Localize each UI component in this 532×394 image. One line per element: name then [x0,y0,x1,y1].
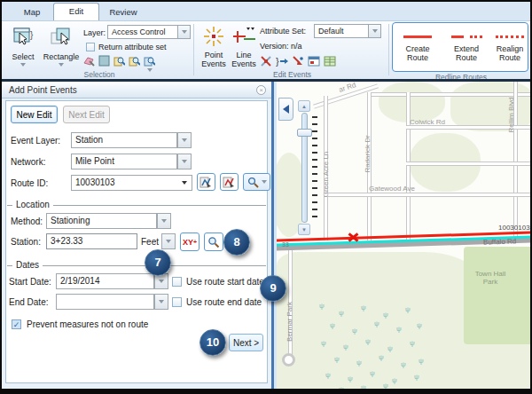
prevent-measures-checkbox[interactable]: ✓ [12,319,21,329]
realign-route-label: Realign Route [493,44,527,63]
zoom-in-button[interactable]: ▲ [298,100,310,112]
start-date-input[interactable]: 2/19/2014 [56,273,154,289]
return-attribute-set-checkbox[interactable] [86,43,95,51]
marsh-symbol: ψ [361,383,366,389]
marsh-symbol: ψ [352,327,357,335]
rectangle-button[interactable]: Rectangle [41,26,82,72]
select-route-on-map-button[interactable] [197,173,215,191]
units-select-arrow[interactable] [161,233,176,249]
chevron-down-icon [262,180,267,184]
extend-route-button[interactable]: Extend Route [443,25,489,67]
station-label: Station: [11,237,41,247]
collapse-panel-tab[interactable] [278,98,293,121]
callout-8: 8 [223,229,250,256]
app-window: Map Edit Review } Select [0,0,532,394]
attribute-set-select[interactable]: Default [314,24,369,38]
event-layer-select[interactable]: Station [71,132,177,148]
split-event-icon[interactable] [260,55,272,67]
line-events-icon [231,26,256,47]
attribute-set-select-arrow[interactable] [369,24,381,38]
marsh-symbol: ψ [405,305,411,313]
network-select-arrow[interactable] [177,154,192,169]
pan-to-selection-icon[interactable] [129,55,140,67]
close-icon[interactable]: × [256,85,266,95]
selection-group-label: Selection [7,70,192,79]
layer-label: Layer: [83,28,106,37]
route-id-combo-arrow[interactable] [182,181,187,185]
use-route-start-date-checkbox[interactable] [172,277,182,287]
gatewood-ave-road [324,193,530,197]
buffalo-rd-label: Buffalo Rd [483,237,516,246]
prevent-measures-label: Prevent measures not on route [27,319,148,329]
method-select-arrow[interactable] [157,213,171,229]
chevron-down-icon [182,160,187,163]
location-legend: Location [12,200,53,209]
next-button[interactable]: Next > [229,334,263,351]
event-layer-select-arrow[interactable] [177,132,192,148]
layer-select-arrow[interactable] [178,25,191,39]
attributes-window-icon[interactable] [308,55,320,67]
next-edit-button[interactable]: Next Edit [63,106,110,123]
create-route-button[interactable]: Create Route [395,25,440,67]
marsh-symbol: ψ [348,374,353,382]
station-33-label: 33 [282,241,289,248]
network-select[interactable]: Mile Point [71,154,177,169]
marsh-symbol: ψ [396,325,402,333]
new-edit-button[interactable]: New Edit [11,106,58,123]
clear-selection-icon[interactable] [83,55,95,67]
chevron-down-icon [182,138,187,142]
point-events-button[interactable]: Point Events [199,26,229,75]
gatewood-ave-label: Gatewood Ave [369,185,415,193]
station-zoom-button[interactable] [204,232,223,251]
marsh-symbol: ψ [343,343,348,351]
route-zoom-menu-button[interactable] [243,173,270,191]
edit-events-group-label: Edit Events [197,70,387,79]
zoom-slider-thumb[interactable] [297,129,312,137]
event-table-icon[interactable] [324,55,336,67]
chevron-down-icon [159,300,164,303]
marsh-symbol: ψ [330,321,335,329]
marsh-symbol: ψ [379,353,384,361]
realign-route-button[interactable]: Realign Route [493,25,527,67]
marsh-symbol: ψ [383,311,388,319]
layer-select[interactable]: Access Control [107,25,178,39]
end-date-label: End Date: [9,297,48,307]
tab-edit[interactable]: Edit [53,3,99,21]
marsh-symbol: ψ [383,382,388,389]
snap-event-icon[interactable] [292,55,304,67]
cul-de-sac [282,353,295,366]
method-select[interactable]: Stationing [46,213,157,229]
select-all-icon[interactable] [98,55,110,67]
use-route-end-date-checkbox[interactable] [172,297,182,307]
chevron-down-icon [159,280,164,283]
marsh-symbol: ψ [414,373,419,381]
map-viewport[interactable]: Town Hall Park ar Rd Colwick Rd Gatewood… [277,82,530,389]
use-route-start-date-label: Use route start date [186,277,264,287]
marsh-symbol: ψ [334,355,340,363]
end-date-input[interactable] [56,294,154,310]
marsh-symbol: ψ [321,339,326,347]
merge-event-icon[interactable]: } [276,55,288,67]
chevron-down-icon [166,240,171,243]
selection-options-icon[interactable] [144,55,155,67]
tab-review[interactable]: Review [101,4,145,20]
rectangle-label: Rectangle [41,52,82,61]
select-button[interactable]: } Select [7,26,39,72]
method-label: Method: [11,217,43,226]
zoom-to-selection-icon[interactable] [113,55,125,67]
extend-route-label: Extend Route [443,44,489,63]
marsh-symbol: ψ [339,385,344,389]
zoom-out-button[interactable]: ▼ [298,224,310,235]
realign-route-icon [496,35,524,38]
return-attribute-set-label: Return attribute set [98,43,167,51]
station-input[interactable]: 3+23.33 [46,233,137,249]
line-events-button[interactable]: Line Events [229,26,259,75]
clear-route-selection-button[interactable] [220,173,239,191]
tab-map[interactable]: Map [14,4,50,20]
event-layer-label: Event Layer: [11,136,60,146]
use-route-end-date-label: Use route end date [186,297,262,307]
xy-coordinates-button[interactable]: XY+ [180,232,200,251]
end-date-calendar-arrow[interactable] [154,294,168,310]
marsh-symbol: ψ [387,344,393,352]
route-id-combo[interactable]: 10030103 [71,175,192,191]
